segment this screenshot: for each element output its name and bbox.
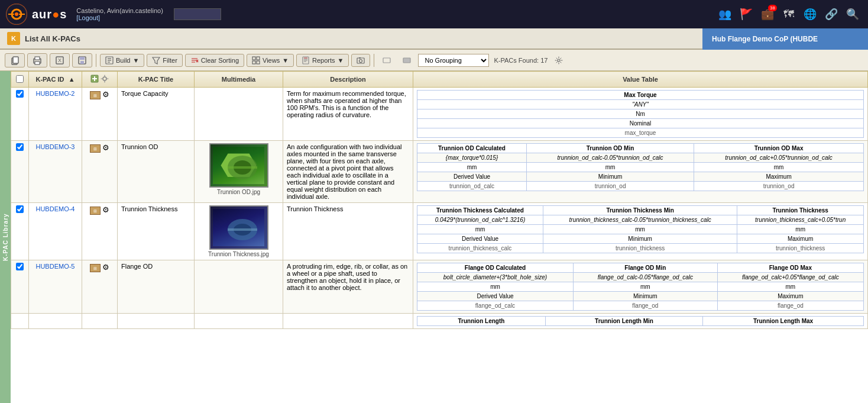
col-title-header[interactable]: K-PAC Title [118, 72, 195, 88]
logo-area: aur●s Castelino, Avin(avin.castelino) [L… [6, 4, 221, 25]
table-container[interactable]: K-PAC ID ▲ K-PAC Title Multimedia Desc [11, 71, 868, 403]
table-row: HUBDEMO-2 ⊞ ⚙ Torque Capacity Term for m… [11, 88, 868, 141]
table-icon[interactable]: ⊞ [90, 264, 101, 272]
user-info: Castelino, Avin(avin.castelino) [76, 7, 163, 14]
map-icon-btn[interactable]: 🗺 [779, 5, 798, 24]
vt-formula: trunnion_thickness_calc+0.05*trun [737, 215, 864, 225]
select-all-checkbox[interactable] [16, 75, 24, 83]
kpac-title: Flange OD [121, 263, 153, 270]
search-icon-btn[interactable]: 🔍 [843, 5, 862, 24]
vt-formula: trunnion_od_calc-0.05*trunnion_od_calc [527, 153, 694, 163]
row-icons-cell: ⊞ ⚙ [82, 88, 118, 141]
vt-col-header: Flange OD Calculated [417, 263, 574, 273]
row-checkbox-cell [11, 141, 29, 203]
logo-icon [6, 4, 27, 25]
media-thumbnail[interactable] [209, 205, 268, 250]
print-btn[interactable] [27, 53, 47, 67]
people-icon-btn[interactable]: 👥 [715, 5, 734, 24]
vt-col-header: Trunnion Length Max [703, 317, 864, 326]
kpac-title-cell [118, 314, 195, 329]
reports-btn[interactable]: Reports ▼ [296, 54, 349, 67]
vt-formula: 0.0429*(trunnion_od_calc^1.3216) [417, 215, 543, 225]
col-desc-label: Description [330, 76, 366, 83]
col-value-label: Value Table [623, 76, 658, 83]
clear-sorting-btn[interactable]: Clear Sorting [185, 54, 244, 67]
views-label: Views [263, 57, 280, 64]
gear-icon-row[interactable]: ⚙ [102, 90, 109, 99]
kpac-id-cell: HUBDEMO-5 [29, 260, 82, 314]
vt-col-header: Trunnion Thickness Calculated [417, 206, 543, 215]
kpac-title-cell: Torque Capacity [118, 88, 195, 141]
row-checkbox[interactable] [16, 143, 24, 151]
kpac-id-cell [29, 314, 82, 329]
svg-rect-35 [304, 57, 307, 59]
flag-icon-btn[interactable]: 🚩 [737, 5, 756, 24]
views-btn[interactable]: Views ▼ [247, 54, 294, 67]
media-thumbnail[interactable] [209, 143, 268, 188]
vt-col-header: Trunnion Thickness [737, 206, 864, 215]
kpac-id-link[interactable]: HUBDEMO-4 [35, 205, 75, 212]
globe-icon-btn[interactable]: 🌐 [801, 5, 820, 24]
views-chevron: ▼ [282, 57, 289, 64]
col-kpacid-header[interactable]: K-PAC ID ▲ [29, 72, 82, 88]
gear-icon-col[interactable] [101, 75, 109, 83]
table-row: HUBDEMO-4 ⊞ ⚙ Trunnion Thickness [11, 203, 868, 260]
kpac-id-link[interactable]: HUBDEMO-3 [35, 143, 75, 150]
main-area: K-PAC Library K-PAC ID ▲ [0, 71, 868, 403]
kpac-description: Trunnion Thickness [287, 205, 343, 212]
vt-varname: flange_od [717, 301, 863, 311]
svg-rect-10 [35, 57, 40, 60]
vt-type: Maximum [694, 172, 864, 182]
table-icon[interactable]: ⊞ [90, 91, 101, 99]
row-checkbox[interactable] [16, 263, 24, 270]
vt-col-header: Max Torque [417, 91, 864, 100]
grouping-select[interactable]: No Grouping By Category [418, 54, 489, 67]
row-icons-cell [82, 314, 118, 329]
build-btn[interactable]: Build ▼ [100, 54, 144, 67]
kpac-table: K-PAC ID ▲ K-PAC Title Multimedia Desc [11, 71, 868, 329]
vt-formula: bolt_circle_diameter+(3*bolt_hole_size) [417, 273, 574, 282]
vt-varname: trunnion_od [694, 182, 864, 191]
save-btn[interactable] [72, 53, 92, 67]
gear-icon-row[interactable]: ⚙ [102, 205, 109, 214]
kpac-id-link[interactable]: HUBDEMO-5 [35, 263, 75, 270]
briefcase-icon-btn[interactable]: 💼38 [758, 5, 777, 24]
copy-btn[interactable] [5, 53, 25, 67]
col-desc-header: Description [283, 72, 413, 88]
media-cell [195, 88, 283, 141]
table-icon[interactable]: ⊞ [90, 207, 101, 215]
vt-col-header: Trunnion OD Max [694, 144, 864, 153]
svg-text:X: X [58, 57, 61, 63]
camera-btn[interactable] [351, 54, 370, 67]
icon-btn2[interactable] [398, 54, 416, 66]
vt-formula: "ANY" [417, 100, 864, 109]
row-checkbox-cell [11, 314, 29, 329]
vt-unit: mm [417, 282, 574, 292]
row-checkbox[interactable] [16, 90, 24, 98]
svg-rect-30 [257, 61, 260, 64]
vt-unit: mm [737, 225, 864, 234]
gear-icon-row[interactable]: ⚙ [102, 143, 109, 152]
kpac-icon: K [7, 32, 20, 45]
kpac-id-link[interactable]: HUBDEMO-2 [35, 90, 75, 97]
filter-btn[interactable]: Filter [147, 54, 182, 67]
vt-col-header: Trunnion Length [417, 317, 546, 326]
reports-label: Reports [312, 57, 335, 64]
gear-icon-row[interactable]: ⚙ [102, 263, 109, 272]
row-checkbox[interactable] [16, 205, 24, 213]
col-title-label: K-PAC Title [138, 76, 174, 83]
vt-unit: mm [417, 163, 527, 172]
icon-btn1[interactable] [378, 54, 396, 66]
settings-small-btn[interactable] [550, 54, 568, 66]
value-cell: Trunnion OD Calculated Trunnion OD Min T… [413, 141, 868, 203]
vt-unit: Nm [417, 109, 864, 119]
vt-varname: trunnion_thickness [543, 244, 737, 253]
add-icon[interactable] [90, 75, 99, 83]
export-btn[interactable]: X [50, 53, 70, 67]
vt-type: Derived Value [417, 234, 543, 244]
svg-point-41 [558, 59, 560, 62]
logout-link[interactable]: [Logout] [76, 14, 100, 21]
share-icon-btn[interactable]: 🔗 [822, 5, 841, 24]
table-icon[interactable]: ⊞ [90, 144, 101, 153]
header-search-input[interactable] [174, 8, 221, 20]
